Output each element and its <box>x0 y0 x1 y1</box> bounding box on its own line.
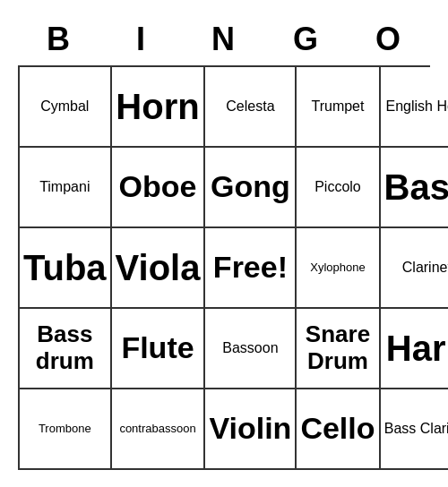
bingo-cell-10: Tuba <box>20 228 112 309</box>
cell-text-21: contrabassoon <box>119 423 195 436</box>
cell-text-19: Harp <box>386 328 448 369</box>
bingo-cell-1: Horn <box>112 67 206 148</box>
bingo-cell-6: Oboe <box>112 148 206 228</box>
bingo-cell-8: Piccolo <box>297 148 380 228</box>
bingo-card: BINGO CymbalHornCelestaTrumpetEnglish Ho… <box>9 8 439 479</box>
header-letter-g: G <box>265 17 348 62</box>
bingo-cell-0: Cymbal <box>20 67 112 148</box>
bingo-cell-17: Bassoon <box>205 309 297 389</box>
bingo-cell-13: Xylophone <box>297 228 380 309</box>
cell-text-16: Flute <box>121 330 194 365</box>
bingo-cell-22: Violin <box>205 389 297 470</box>
bingo-cell-4: English Horn <box>381 67 448 148</box>
bingo-cell-19: Harp <box>381 309 448 389</box>
bingo-cell-9: Bass <box>381 148 448 228</box>
cell-text-5: Timpani <box>39 179 90 195</box>
bingo-header: BINGO <box>18 17 430 62</box>
cell-text-1: Horn <box>116 86 199 127</box>
header-letter-n: N <box>183 17 265 62</box>
cell-text-22: Violin <box>209 411 291 446</box>
bingo-cell-14: Clarinet <box>381 228 448 309</box>
cell-text-18: Snare Drum <box>300 321 375 375</box>
bingo-cell-12: Free! <box>205 228 297 309</box>
bingo-cell-3: Trumpet <box>297 67 380 148</box>
cell-text-20: Trombone <box>39 423 91 436</box>
cell-text-23: Cello <box>300 411 375 446</box>
bingo-cell-5: Timpani <box>20 148 112 228</box>
cell-text-24: Bass Clarinet <box>384 421 448 437</box>
cell-text-12: Free! <box>213 250 288 285</box>
cell-text-6: Oboe <box>119 169 197 204</box>
cell-text-15: Bass drum <box>23 321 107 375</box>
header-letter-b: B <box>18 17 100 62</box>
bingo-cell-11: Viola <box>112 228 206 309</box>
cell-text-2: Celesta <box>226 98 274 115</box>
cell-text-4: English Horn <box>386 98 448 115</box>
cell-text-3: Trumpet <box>311 98 364 115</box>
cell-text-8: Piccolo <box>314 179 361 195</box>
cell-text-10: Tuba <box>23 247 107 288</box>
cell-text-9: Bass <box>384 167 448 208</box>
bingo-cell-7: Gong <box>205 148 297 228</box>
header-letter-o: O <box>348 17 430 62</box>
bingo-cell-24: Bass Clarinet <box>381 389 448 470</box>
bingo-cell-15: Bass drum <box>20 309 112 389</box>
bingo-cell-18: Snare Drum <box>297 309 380 389</box>
cell-text-17: Bassoon <box>222 340 278 356</box>
bingo-cell-21: contrabassoon <box>112 389 206 470</box>
cell-text-14: Clarinet <box>402 260 448 276</box>
bingo-cell-23: Cello <box>297 389 380 470</box>
cell-text-0: Cymbal <box>40 98 89 115</box>
bingo-cell-20: Trombone <box>20 389 112 470</box>
bingo-cell-2: Celesta <box>205 67 297 148</box>
cell-text-7: Gong <box>211 169 290 204</box>
bingo-grid: CymbalHornCelestaTrumpetEnglish HornTimp… <box>18 65 430 470</box>
header-letter-i: I <box>100 17 183 62</box>
bingo-cell-16: Flute <box>112 309 206 389</box>
cell-text-11: Viola <box>116 247 201 288</box>
cell-text-13: Xylophone <box>310 261 365 275</box>
